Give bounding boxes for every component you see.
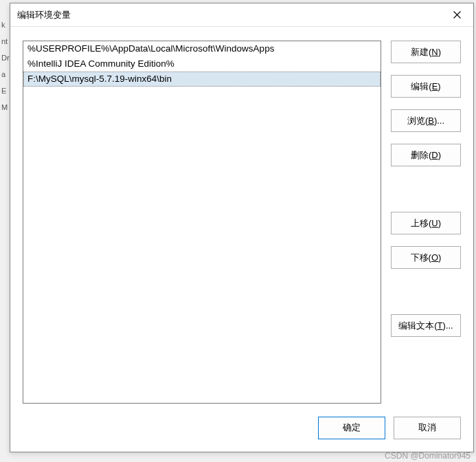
- move-down-button[interactable]: 下移(O): [391, 246, 461, 269]
- edit-button[interactable]: 编辑(E): [391, 75, 461, 98]
- delete-button[interactable]: 删除(D): [391, 144, 461, 166]
- dialog-title: 编辑环境变量: [17, 9, 71, 21]
- dialog-footer: 确定 取消: [10, 413, 473, 452]
- new-button[interactable]: 新建(N): [391, 41, 461, 63]
- list-item[interactable]: %USERPROFILE%\AppData\Local\Microsoft\Wi…: [23, 41, 381, 56]
- path-listbox[interactable]: %USERPROFILE%\AppData\Local\Microsoft\Wi…: [23, 41, 381, 404]
- watermark-text: CSDN @Dominator945: [385, 451, 471, 461]
- list-item[interactable]: F:\MySQL\mysql-5.7.19-winx64\bin: [23, 72, 381, 87]
- edit-text-button[interactable]: 编辑文本(T)...: [391, 314, 461, 337]
- ok-button[interactable]: 确定: [318, 417, 385, 439]
- close-button[interactable]: [446, 6, 468, 25]
- cancel-button[interactable]: 取消: [394, 417, 461, 439]
- button-column: 新建(N) 编辑(E) 浏览(B)... 删除(D) 上移(U) 下移(O) 编…: [391, 41, 461, 404]
- titlebar: 编辑环境变量: [10, 3, 473, 27]
- close-icon: [453, 11, 461, 19]
- edit-env-var-dialog: 编辑环境变量 %USERPROFILE%\AppData\Local\Micro…: [10, 3, 474, 452]
- dialog-content: %USERPROFILE%\AppData\Local\Microsoft\Wi…: [10, 27, 473, 413]
- browse-button[interactable]: 浏览(B)...: [391, 109, 461, 132]
- move-up-button[interactable]: 上移(U): [391, 212, 461, 234]
- list-item[interactable]: %IntelliJ IDEA Community Edition%: [23, 56, 381, 72]
